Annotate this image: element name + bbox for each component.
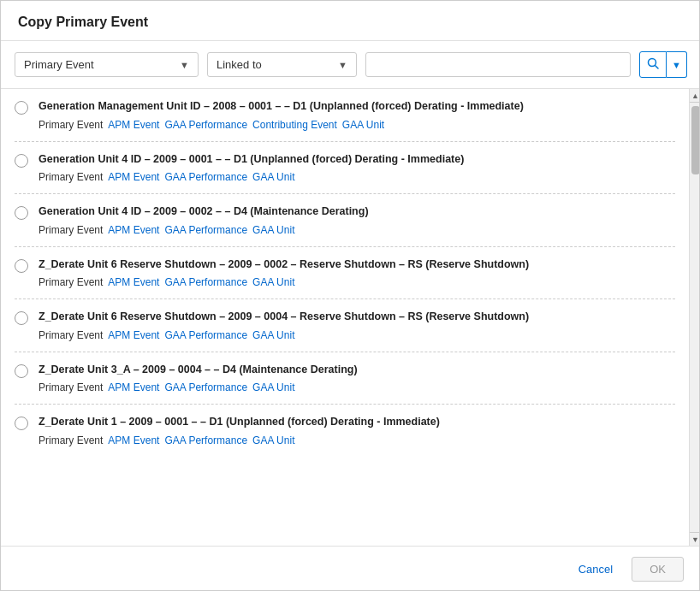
- search-btn-group: ▼: [639, 51, 687, 78]
- search-icon: [647, 57, 659, 69]
- tag-primary-event: Primary Event: [39, 119, 103, 131]
- item-title: Z_Derate Unit 6 Reserve Shutdown – 2009 …: [39, 310, 675, 325]
- toolbar: Primary Event ▼ Linked to ▼ ▼: [1, 41, 700, 89]
- list-item: Z_Derate Unit 1 – 2009 – 0001 – – D1 (Un…: [15, 405, 675, 457]
- list-scroll-wrapper: Generation Management Unit ID – 2008 – 0…: [1, 89, 700, 546]
- tag-gaa-performance[interactable]: GAA Performance: [164, 381, 247, 393]
- search-dropdown-arrow-icon: ▼: [672, 60, 681, 70]
- tag-gaa-performance[interactable]: GAA Performance: [164, 434, 247, 446]
- radio-item-0[interactable]: [15, 101, 28, 115]
- tag-primary-event: Primary Event: [39, 276, 103, 288]
- radio-item-1[interactable]: [15, 154, 28, 168]
- tag-apm-event[interactable]: APM Event: [108, 329, 159, 341]
- item-tags: Primary EventAPM EventGAA PerformanceGAA…: [39, 329, 675, 341]
- svg-line-1: [656, 66, 659, 69]
- radio-item-6[interactable]: [15, 417, 28, 430]
- tag-apm-event[interactable]: APM Event: [108, 434, 159, 446]
- tag-apm-event[interactable]: APM Event: [108, 119, 159, 131]
- list-item: Generation Unit 4 ID – 2009 – 0001 – – D…: [15, 142, 675, 195]
- tag-apm-event[interactable]: APM Event: [108, 224, 159, 236]
- search-button[interactable]: [639, 51, 667, 78]
- tag-contributing-event[interactable]: Contributing Event: [252, 119, 337, 131]
- list-item: Z_Derate Unit 3_A – 2009 – 0004 – – D4 (…: [15, 352, 675, 405]
- primary-event-dropdown[interactable]: Primary Event ▼: [15, 52, 199, 77]
- scrollbar[interactable]: ▲ ▼: [689, 89, 700, 546]
- dialog-header: Copy Primary Event: [1, 1, 700, 41]
- item-tags: Primary EventAPM EventGAA PerformanceGAA…: [39, 381, 675, 393]
- scroll-up-button[interactable]: ▲: [690, 89, 700, 103]
- dialog-title: Copy Primary Event: [18, 15, 148, 29]
- tag-primary-event: Primary Event: [39, 434, 103, 446]
- tag-primary-event: Primary Event: [39, 224, 103, 236]
- item-content: Generation Unit 4 ID – 2009 – 0001 – – D…: [39, 152, 675, 184]
- search-input[interactable]: [365, 52, 631, 77]
- list-item: Generation Unit 4 ID – 2009 – 0002 – – D…: [15, 194, 675, 247]
- dropdown-linked-arrow-icon: ▼: [338, 60, 347, 70]
- item-title: Generation Unit 4 ID – 2009 – 0002 – – D…: [39, 204, 675, 220]
- tag-apm-event[interactable]: APM Event: [108, 276, 159, 288]
- list-item: Generation Management Unit ID – 2008 – 0…: [15, 89, 675, 142]
- tag-apm-event[interactable]: APM Event: [108, 171, 159, 183]
- linked-to-dropdown[interactable]: Linked to ▼: [207, 52, 357, 77]
- tag-primary-event: Primary Event: [39, 381, 103, 393]
- item-tags: Primary EventAPM EventGAA PerformanceGAA…: [39, 171, 675, 183]
- cancel-button[interactable]: Cancel: [568, 558, 623, 581]
- tag-primary-event: Primary Event: [39, 329, 103, 341]
- tag-gaa-performance[interactable]: GAA Performance: [164, 224, 247, 236]
- search-dropdown-button[interactable]: ▼: [667, 51, 687, 78]
- scrollbar-thumb[interactable]: [691, 106, 700, 174]
- ok-button[interactable]: OK: [632, 557, 684, 582]
- item-tags: Primary EventAPM EventGAA PerformanceGAA…: [39, 224, 675, 236]
- item-title: Generation Management Unit ID – 2008 – 0…: [39, 99, 675, 115]
- dropdown-primary-arrow-icon: ▼: [180, 60, 189, 70]
- tag-gaa-performance[interactable]: GAA Performance: [164, 276, 247, 288]
- item-content: Z_Derate Unit 6 Reserve Shutdown – 2009 …: [39, 257, 675, 289]
- tag-gaa-performance[interactable]: GAA Performance: [164, 119, 247, 131]
- radio-item-3[interactable]: [15, 259, 28, 273]
- item-tags: Primary EventAPM EventGAA PerformanceGAA…: [39, 434, 675, 446]
- scroll-down-button[interactable]: ▼: [690, 532, 700, 546]
- item-content: Z_Derate Unit 1 – 2009 – 0001 – – D1 (Un…: [39, 415, 675, 446]
- tag-gaa-performance[interactable]: GAA Performance: [164, 329, 247, 341]
- item-content: Generation Management Unit ID – 2008 – 0…: [39, 99, 675, 131]
- item-content: Generation Unit 4 ID – 2009 – 0002 – – D…: [39, 204, 675, 236]
- item-title: Z_Derate Unit 1 – 2009 – 0001 – – D1 (Un…: [39, 415, 675, 430]
- tag-apm-event[interactable]: APM Event: [108, 381, 159, 393]
- items-list: Generation Management Unit ID – 2008 – 0…: [1, 89, 689, 546]
- tag-gaa-unit[interactable]: GAA Unit: [252, 224, 294, 236]
- dialog-footer: Cancel OK: [1, 546, 700, 591]
- radio-item-4[interactable]: [15, 311, 28, 325]
- tag-gaa-unit[interactable]: GAA Unit: [252, 276, 294, 288]
- tag-primary-event: Primary Event: [39, 171, 103, 183]
- item-content: Z_Derate Unit 6 Reserve Shutdown – 2009 …: [39, 310, 675, 341]
- tag-gaa-unit[interactable]: GAA Unit: [252, 329, 294, 341]
- item-tags: Primary EventAPM EventGAA PerformanceCon…: [39, 119, 675, 131]
- tag-gaa-unit[interactable]: GAA Unit: [252, 434, 294, 446]
- item-title: Z_Derate Unit 3_A – 2009 – 0004 – – D4 (…: [39, 363, 675, 378]
- radio-item-5[interactable]: [15, 364, 28, 378]
- copy-primary-event-dialog: Copy Primary Event Primary Event ▼ Linke…: [1, 1, 700, 591]
- item-title: Z_Derate Unit 6 Reserve Shutdown – 2009 …: [39, 257, 675, 273]
- tag-gaa-performance[interactable]: GAA Performance: [164, 171, 247, 183]
- item-title: Generation Unit 4 ID – 2009 – 0001 – – D…: [39, 152, 675, 168]
- item-tags: Primary EventAPM EventGAA PerformanceGAA…: [39, 276, 675, 288]
- list-item: Z_Derate Unit 6 Reserve Shutdown – 2009 …: [15, 299, 675, 352]
- tag-gaa-unit[interactable]: GAA Unit: [252, 171, 294, 183]
- item-content: Z_Derate Unit 3_A – 2009 – 0004 – – D4 (…: [39, 363, 675, 394]
- list-item: Z_Derate Unit 6 Reserve Shutdown – 2009 …: [15, 247, 675, 300]
- radio-item-2[interactable]: [15, 206, 28, 220]
- tag-gaa-unit[interactable]: GAA Unit: [342, 119, 384, 131]
- tag-gaa-unit[interactable]: GAA Unit: [252, 381, 294, 393]
